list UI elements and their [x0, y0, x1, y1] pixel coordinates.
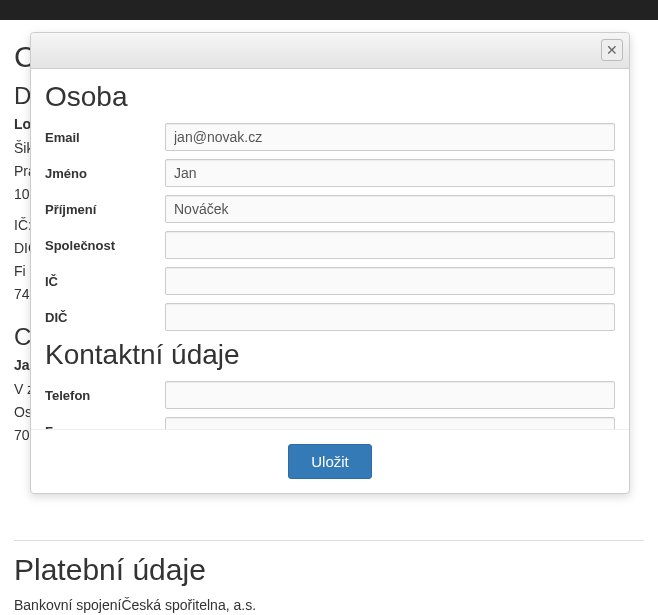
payment-title: Platební údaje	[14, 553, 644, 587]
telefon-field[interactable]	[165, 381, 615, 409]
modal-footer: Uložit	[31, 429, 629, 493]
row-spolecnost: Společnost	[45, 231, 615, 259]
payment-section: Platební údaje Bankovní spojeníČeská spo…	[14, 540, 644, 615]
divider	[14, 540, 644, 541]
modal-body[interactable]: Osoba Email Jméno Příjmení Společnost IČ…	[31, 69, 629, 429]
dic-field[interactable]	[165, 303, 615, 331]
section-kontakt-title: Kontaktní údaje	[45, 339, 615, 371]
prijmeni-field[interactable]	[165, 195, 615, 223]
section-osoba-title: Osoba	[45, 81, 615, 113]
label-spolecnost: Společnost	[45, 238, 165, 253]
payment-bank-line: Bankovní spojeníČeská spořitelna, a.s.	[14, 595, 644, 615]
label-jmeno: Jméno	[45, 166, 165, 181]
label-ic: IČ	[45, 274, 165, 289]
close-button[interactable]: ✕	[601, 39, 623, 61]
email-field[interactable]	[165, 123, 615, 151]
save-button[interactable]: Uložit	[288, 444, 372, 479]
label-telefon: Telefon	[45, 388, 165, 403]
fax-field[interactable]	[165, 417, 615, 429]
label-prijmeni: Příjmení	[45, 202, 165, 217]
row-dic: DIČ	[45, 303, 615, 331]
row-email: Email	[45, 123, 615, 151]
top-navbar	[0, 0, 658, 20]
row-prijmeni: Příjmení	[45, 195, 615, 223]
spolecnost-field[interactable]	[165, 231, 615, 259]
ic-field[interactable]	[165, 267, 615, 295]
edit-person-modal: ✕ Osoba Email Jméno Příjmení Společnost …	[30, 32, 630, 494]
row-jmeno: Jméno	[45, 159, 615, 187]
jmeno-field[interactable]	[165, 159, 615, 187]
label-fax: Fax	[45, 424, 165, 430]
close-icon: ✕	[606, 42, 618, 58]
label-dic: DIČ	[45, 310, 165, 325]
row-fax: Fax	[45, 417, 615, 429]
row-ic: IČ	[45, 267, 615, 295]
modal-titlebar[interactable]: ✕	[31, 33, 629, 69]
label-email: Email	[45, 130, 165, 145]
row-telefon: Telefon	[45, 381, 615, 409]
